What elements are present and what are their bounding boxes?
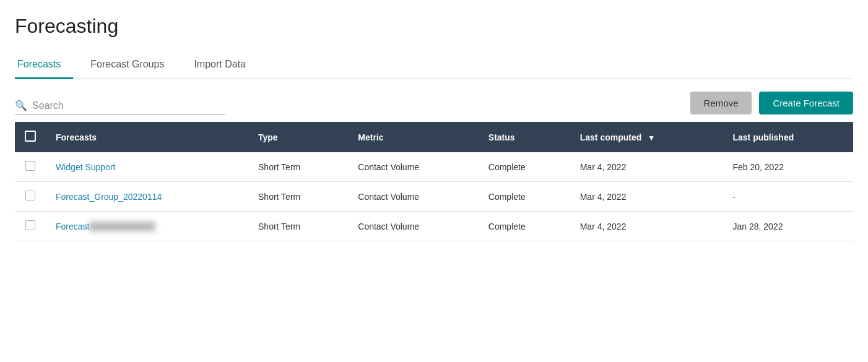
table-row: Forecast ██████████ Short Term Contact V… bbox=[15, 212, 853, 241]
toolbar: 🔍 Remove Create Forecast bbox=[0, 79, 868, 122]
table-row: Forecast_Group_20220114 Short Term Conta… bbox=[15, 182, 853, 212]
row-check-1 bbox=[15, 152, 46, 182]
forecasts-table: Forecasts Type Metric Status Last comput… bbox=[15, 122, 853, 241]
header-status: Status bbox=[479, 122, 570, 152]
tabs-row: Forecasts Forecast Groups Import Data bbox=[15, 53, 853, 79]
table-row: Widget Support Short Term Contact Volume… bbox=[15, 152, 853, 182]
create-forecast-button[interactable]: Create Forecast bbox=[759, 92, 853, 114]
remove-button[interactable]: Remove bbox=[690, 92, 752, 114]
row-check-2 bbox=[15, 182, 46, 212]
row-last-published-2: - bbox=[723, 182, 853, 212]
header-last-computed[interactable]: Last computed ▼ bbox=[570, 122, 723, 152]
blurred-name-segment: ██████████ bbox=[89, 222, 155, 231]
header-check bbox=[15, 122, 46, 152]
row-status-3: Complete bbox=[479, 212, 570, 241]
page-title: Forecasting bbox=[15, 15, 853, 38]
forecast-link-3[interactable]: Forecast ██████████ bbox=[56, 222, 155, 231]
row-type-2: Short Term bbox=[248, 182, 348, 212]
row-status-2: Complete bbox=[479, 182, 570, 212]
header-type: Type bbox=[248, 122, 348, 152]
row-last-computed-2: Mar 4, 2022 bbox=[570, 182, 723, 212]
row-last-computed-1: Mar 4, 2022 bbox=[570, 152, 723, 182]
row-forecast-name-1: Widget Support bbox=[46, 152, 248, 182]
row-checkbox-1[interactable] bbox=[25, 161, 35, 171]
row-last-published-1: Feb 20, 2022 bbox=[723, 152, 853, 182]
forecast-link-2[interactable]: Forecast_Group_20220114 bbox=[56, 192, 162, 202]
search-input[interactable] bbox=[32, 100, 225, 111]
table-container: Forecasts Type Metric Status Last comput… bbox=[0, 122, 868, 256]
row-check-3 bbox=[15, 212, 46, 241]
header-last-published: Last published bbox=[723, 122, 853, 152]
page-header: Forecasting Forecasts Forecast Groups Im… bbox=[0, 0, 868, 79]
header-forecasts: Forecasts bbox=[46, 122, 248, 152]
row-type-3: Short Term bbox=[248, 212, 348, 241]
row-metric-1: Contact Volume bbox=[348, 152, 479, 182]
page-container: Forecasting Forecasts Forecast Groups Im… bbox=[0, 0, 868, 362]
row-type-1: Short Term bbox=[248, 152, 348, 182]
search-wrapper: 🔍 bbox=[15, 100, 225, 114]
row-metric-3: Contact Volume bbox=[348, 212, 479, 241]
select-all-checkbox[interactable] bbox=[25, 131, 36, 142]
header-metric: Metric bbox=[348, 122, 479, 152]
row-last-computed-3: Mar 4, 2022 bbox=[570, 212, 723, 241]
row-forecast-name-2: Forecast_Group_20220114 bbox=[46, 182, 248, 212]
tab-forecasts[interactable]: Forecasts bbox=[15, 53, 73, 79]
tab-import-data[interactable]: Import Data bbox=[191, 53, 258, 79]
forecast-link-1[interactable]: Widget Support bbox=[56, 162, 116, 172]
tab-forecast-groups[interactable]: Forecast Groups bbox=[88, 53, 176, 79]
sort-desc-icon: ▼ bbox=[648, 134, 655, 142]
row-forecast-name-3: Forecast ██████████ bbox=[46, 212, 248, 241]
row-checkbox-3[interactable] bbox=[25, 220, 35, 230]
row-last-published-3: Jan 28, 2022 bbox=[723, 212, 853, 241]
table-header-row: Forecasts Type Metric Status Last comput… bbox=[15, 122, 853, 152]
row-metric-2: Contact Volume bbox=[348, 182, 479, 212]
row-checkbox-2[interactable] bbox=[25, 191, 35, 200]
row-status-1: Complete bbox=[479, 152, 570, 182]
search-icon: 🔍 bbox=[15, 100, 27, 111]
